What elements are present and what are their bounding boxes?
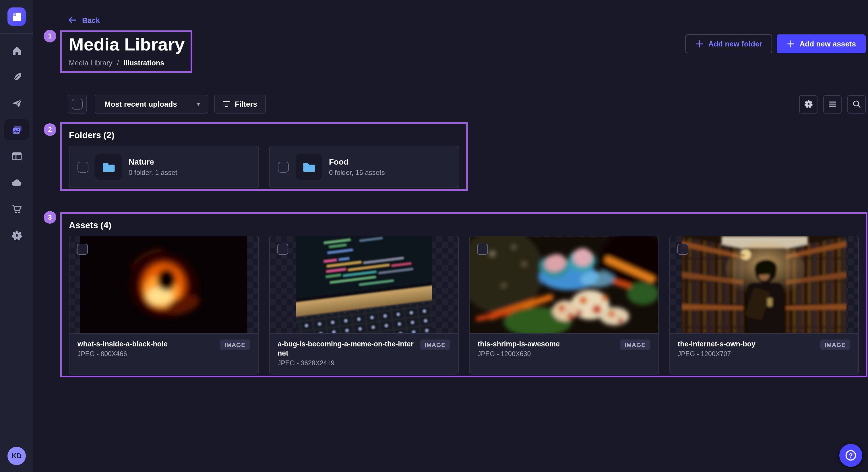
folders-heading: Folders (2) — [69, 130, 459, 140]
asset-checkbox[interactable] — [677, 244, 688, 255]
asset-info: what-s-inside-a-black-hole JPEG - 800X46… — [78, 339, 214, 357]
folder-tile — [95, 154, 122, 180]
back-label: Back — [82, 16, 100, 24]
asset-title: the-internet-s-own-boy — [678, 339, 814, 349]
list-view-button[interactable] — [823, 95, 842, 113]
breadcrumb-current: Illustrations — [123, 59, 164, 67]
search-icon — [851, 99, 861, 109]
filters-button[interactable]: Filters — [214, 95, 266, 113]
folder-name: Nature — [129, 157, 177, 166]
asset-title: a-bug-is-becoming-a-meme-on-the-internet — [278, 339, 414, 358]
media-library-icon — [11, 124, 23, 136]
asset-meta: JPEG - 1200X630 — [477, 350, 614, 357]
sidebar-item-releases[interactable] — [4, 93, 29, 113]
add-new-assets-button[interactable]: Add new assets — [776, 34, 866, 53]
asset-card-shrimp[interactable]: this-shrimp-is-awesome JPEG - 1200X630 I… — [469, 236, 659, 374]
asset-type-badge: IMAGE — [820, 339, 850, 350]
header-actions: Add new folder Add new assets — [685, 34, 866, 53]
sidebar-item-content-type-builder[interactable] — [4, 67, 29, 87]
sidebar-item-deploy[interactable] — [4, 172, 29, 193]
filters-label: Filters — [235, 100, 257, 108]
main-content: Back 1 Media Library Media Library / Ill… — [33, 0, 868, 472]
folder-tile — [296, 154, 322, 180]
asset-info: this-shrimp-is-awesome JPEG - 1200X630 — [477, 339, 614, 357]
folder-info: Nature 0 folder, 1 asset — [129, 157, 177, 177]
chevron-down-icon: ▼ — [196, 101, 201, 107]
asset-footer: the-internet-s-own-boy JPEG - 1200X707 I… — [670, 334, 858, 357]
add-new-folder-button[interactable]: Add new folder — [685, 34, 772, 53]
sidebar-item-content-manager[interactable] — [4, 146, 29, 166]
gear-icon — [11, 229, 23, 241]
sidebar-nav — [0, 40, 33, 251]
cart-icon — [11, 203, 23, 215]
cloud-icon — [11, 176, 23, 189]
feather-icon — [11, 71, 23, 83]
select-all-container — [68, 95, 87, 113]
asset-media — [670, 236, 858, 334]
asset-thumbnail-mantis-shrimp — [470, 236, 658, 334]
sidebar-item-settings[interactable] — [4, 225, 29, 245]
asset-card-black-hole[interactable]: what-s-inside-a-black-hole JPEG - 800X46… — [69, 236, 259, 374]
folder-checkbox[interactable] — [278, 162, 289, 172]
annotation-1-number: 1 — [48, 32, 52, 40]
assets-heading: Assets (4) — [69, 220, 859, 231]
search-button[interactable] — [847, 95, 866, 113]
help-button[interactable]: ? — [839, 444, 862, 467]
help-icon: ? — [844, 449, 857, 462]
select-all-checkbox[interactable] — [72, 99, 83, 109]
sidebar-item-home[interactable] — [4, 40, 29, 61]
sidebar-item-media-library[interactable] — [4, 119, 29, 140]
annotation-1: 1 — [43, 30, 56, 42]
asset-meta: JPEG - 800X466 — [78, 350, 214, 357]
asset-media — [69, 236, 258, 334]
asset-meta: JPEG - 3628X2419 — [278, 360, 414, 367]
asset-checkbox[interactable] — [277, 244, 288, 255]
add-new-folder-label: Add new folder — [708, 40, 763, 48]
asset-meta: JPEG - 1200X707 — [678, 350, 814, 357]
annotation-2: 2 — [43, 123, 56, 136]
asset-type-badge: IMAGE — [620, 339, 650, 350]
asset-info: a-bug-is-becoming-a-meme-on-the-internet… — [278, 339, 414, 367]
asset-checkbox[interactable] — [477, 244, 488, 255]
asset-thumbnail-black-hole — [80, 236, 248, 334]
asset-card-bug-meme[interactable]: a-bug-is-becoming-a-meme-on-the-internet… — [269, 236, 459, 374]
folder-card-nature[interactable]: Nature 0 folder, 1 asset — [69, 146, 259, 188]
toolbar: Most recent uploads ▼ Filters — [68, 95, 866, 113]
asset-footer: this-shrimp-is-awesome JPEG - 1200X630 I… — [470, 334, 658, 357]
asset-settings-button[interactable] — [799, 95, 817, 113]
asset-thumbnail-laptop-code — [296, 236, 432, 334]
asset-checkbox[interactable] — [77, 244, 88, 255]
assets-section: Assets (4) — [60, 212, 867, 377]
sidebar-divider — [0, 33, 33, 34]
home-icon — [11, 44, 23, 57]
folder-checkbox[interactable] — [78, 162, 88, 172]
folder-icon — [302, 160, 316, 174]
sidebar: KD — [0, 0, 33, 472]
folder-meta: 0 folder, 16 assets — [329, 169, 385, 177]
gear-icon — [803, 99, 813, 109]
sidebar-item-marketplace[interactable] — [4, 198, 29, 219]
view-options — [799, 95, 866, 113]
avatar-initials: KD — [12, 452, 22, 460]
asset-type-badge: IMAGE — [420, 339, 450, 350]
sort-dropdown-value: Most recent uploads — [104, 100, 190, 108]
folder-info: Food 0 folder, 16 assets — [329, 157, 385, 177]
asset-type-badge: IMAGE — [220, 339, 250, 350]
asset-media — [470, 236, 658, 334]
strapi-logo[interactable] — [7, 7, 26, 26]
asset-info: the-internet-s-own-boy JPEG - 1200X707 — [678, 339, 814, 357]
filter-icon — [223, 101, 230, 107]
help-glyph: ? — [849, 452, 852, 459]
plus-icon — [786, 40, 795, 48]
user-avatar[interactable]: KD — [7, 447, 26, 465]
breadcrumb-parent[interactable]: Media Library — [69, 59, 112, 67]
back-link[interactable]: Back — [68, 15, 100, 25]
folder-icon — [101, 160, 116, 174]
annotation-box-title: Media Library Media Library / Illustrati… — [60, 30, 192, 73]
folder-card-food[interactable]: Food 0 folder, 16 assets — [269, 146, 459, 188]
strapi-media-library-app: KD Back 1 Media Library Media Library / … — [0, 0, 868, 472]
folders-section: Folders (2) Nature 0 folder, 1 asset — [60, 122, 468, 191]
breadcrumb: Media Library / Illustrations — [69, 59, 164, 67]
sort-dropdown[interactable]: Most recent uploads ▼ — [95, 95, 208, 113]
asset-card-internets-own-boy[interactable]: the-internet-s-own-boy JPEG - 1200X707 I… — [669, 236, 859, 374]
